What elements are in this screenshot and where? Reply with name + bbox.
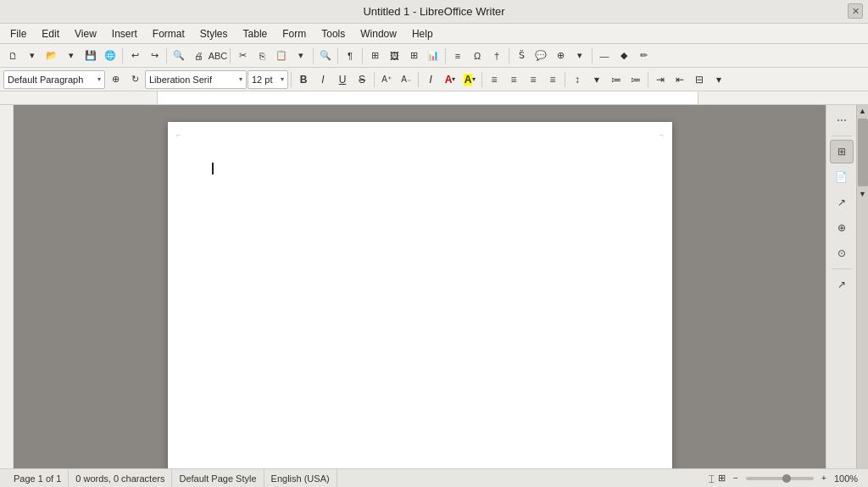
menu-tools[interactable]: Tools: [314, 26, 352, 42]
save-remote-btn[interactable]: 🌐: [101, 47, 120, 65]
zoom-level[interactable]: 100%: [834, 473, 861, 484]
font-color-arrow[interactable]: ▾: [452, 75, 455, 83]
menu-view[interactable]: View: [68, 26, 103, 42]
undo-btn[interactable]: ↩: [125, 47, 144, 65]
superscript-btn[interactable]: A⁺: [377, 70, 396, 89]
menu-window[interactable]: Window: [353, 26, 403, 42]
corner-mark-tl: ⌐: [176, 130, 181, 140]
scroll-thumb[interactable]: [858, 119, 868, 186]
chart-btn[interactable]: 📊: [424, 47, 442, 65]
comment-btn[interactable]: 💬: [531, 47, 550, 65]
para-spacing-dropdown[interactable]: ▾: [709, 70, 728, 89]
para-spacing-btn[interactable]: ⊟: [690, 70, 709, 89]
rp-extra-btn[interactable]: ↗: [830, 273, 854, 296]
rp-styles-btn[interactable]: 📄: [830, 165, 854, 189]
footnote-btn[interactable]: †: [487, 47, 506, 65]
paragraph-style-value: Default Paragraph: [8, 75, 83, 85]
field-btn[interactable]: ≡: [448, 47, 467, 65]
styles-btn[interactable]: S̈: [512, 47, 531, 65]
rp-more-btn[interactable]: ⋯: [830, 108, 854, 132]
draw-btn[interactable]: ✏: [634, 47, 653, 65]
rp-gallery-btn[interactable]: ↗: [830, 191, 854, 214]
menu-format[interactable]: Format: [146, 26, 192, 42]
ruler: [0, 91, 868, 105]
increase-indent-btn[interactable]: ⇥: [651, 70, 670, 89]
shape-btn[interactable]: ◆: [615, 47, 633, 65]
find-btn[interactable]: 🔍: [316, 47, 335, 65]
nonprinting-btn[interactable]: ¶: [341, 47, 359, 65]
close-button[interactable]: ✕: [848, 3, 863, 19]
paste-btn[interactable]: 📋: [272, 47, 291, 65]
update-style-btn[interactable]: ↻: [125, 70, 144, 89]
rp-sep-2: [832, 268, 852, 269]
copy-btn[interactable]: ⎘: [253, 47, 271, 65]
text-cursor: [212, 163, 214, 174]
justify-btn[interactable]: ≡: [543, 70, 562, 89]
new-dropdown-btn[interactable]: ▾: [23, 47, 42, 65]
new-style-btn[interactable]: ⊕: [106, 70, 125, 89]
print-preview-btn[interactable]: 🔍: [170, 47, 188, 65]
scroll-bar[interactable]: ▲ ▼: [856, 105, 868, 468]
new-document-btn[interactable]: 🗋: [3, 47, 22, 65]
print-btn[interactable]: 🖨: [189, 47, 208, 65]
text-boundary-btn[interactable]: ⊞: [365, 47, 384, 65]
decrease-indent-btn[interactable]: ⇤: [670, 70, 689, 89]
highlight-color-btn[interactable]: A ▾: [460, 70, 479, 89]
line-spacing-dropdown[interactable]: ▾: [587, 70, 606, 89]
rp-navigator-btn[interactable]: ⊕: [830, 216, 854, 240]
paragraph-style-dropdown[interactable]: Default Paragraph ▾: [3, 70, 105, 89]
open-btn[interactable]: 📂: [42, 47, 61, 65]
font-color-btn[interactable]: A ▾: [441, 70, 459, 89]
menu-edit[interactable]: Edit: [35, 26, 66, 42]
table-btn[interactable]: ⊞: [404, 47, 423, 65]
menu-file[interactable]: File: [3, 26, 33, 42]
document-area[interactable]: ⌐ ⌐ ⌐ ⌐: [14, 105, 826, 468]
zoom-out-btn[interactable]: −: [729, 472, 743, 485]
font-name-arrow: ▾: [239, 75, 242, 83]
zoom-slider[interactable]: [746, 477, 814, 480]
subscript-btn[interactable]: A₋: [397, 70, 415, 89]
open-dropdown-btn[interactable]: ▾: [62, 47, 81, 65]
bullets-btn[interactable]: ≔: [607, 70, 626, 89]
menu-styles[interactable]: Styles: [193, 26, 235, 42]
line-btn[interactable]: —: [595, 47, 614, 65]
special-char-btn[interactable]: Ω: [468, 47, 487, 65]
track-changes-btn[interactable]: ⊕: [551, 47, 570, 65]
underline-btn[interactable]: U: [333, 70, 352, 89]
menu-insert[interactable]: Insert: [105, 26, 144, 42]
rp-properties-btn[interactable]: ⊞: [830, 140, 854, 163]
window-title: Untitled 1 - LibreOffice Writer: [363, 5, 504, 18]
line-spacing-btn[interactable]: ↕: [568, 70, 587, 89]
menu-form[interactable]: Form: [275, 26, 313, 42]
font-size-dropdown[interactable]: 12 pt ▾: [248, 70, 288, 89]
align-right-btn[interactable]: ≡: [524, 70, 542, 89]
scroll-down-btn[interactable]: ▼: [857, 188, 869, 200]
menu-table[interactable]: Table: [236, 26, 275, 42]
document-page[interactable]: ⌐ ⌐ ⌐ ⌐: [168, 122, 672, 468]
highlight-color-arrow[interactable]: ▾: [472, 75, 476, 83]
font-name-dropdown[interactable]: Liberation Serif ▾: [145, 70, 247, 89]
italic-large-btn[interactable]: I: [421, 70, 440, 89]
strikethrough-btn[interactable]: S: [353, 70, 371, 89]
image-btn[interactable]: 🖼: [385, 47, 403, 65]
paste-special-btn[interactable]: ▾: [292, 47, 310, 65]
cut-btn[interactable]: ✂: [233, 47, 252, 65]
redo-btn[interactable]: ↪: [145, 47, 164, 65]
align-center-btn[interactable]: ≡: [504, 70, 523, 89]
rp-functions-btn[interactable]: ⊙: [830, 241, 854, 265]
spellcheck-btn[interactable]: ABC: [209, 47, 227, 65]
bold-btn[interactable]: B: [294, 70, 313, 89]
track-dropdown-btn[interactable]: ▾: [570, 47, 589, 65]
toolbar2: Default Paragraph ▾ ⊕ ↻ Liberation Serif…: [0, 68, 868, 91]
menu-help[interactable]: Help: [405, 26, 440, 42]
toolbar-sep-9: [592, 48, 593, 64]
zoom-in-btn[interactable]: +: [817, 472, 831, 485]
paragraph-style-arrow: ▾: [97, 75, 101, 83]
save-btn[interactable]: 💾: [81, 47, 100, 65]
align-left-btn[interactable]: ≡: [485, 70, 504, 89]
scroll-up-btn[interactable]: ▲: [857, 105, 869, 117]
fmt-sep-3: [418, 72, 419, 87]
fmt-sep-1: [291, 72, 292, 87]
numbering-btn[interactable]: ≔: [626, 70, 645, 89]
italic-btn[interactable]: I: [314, 70, 332, 89]
